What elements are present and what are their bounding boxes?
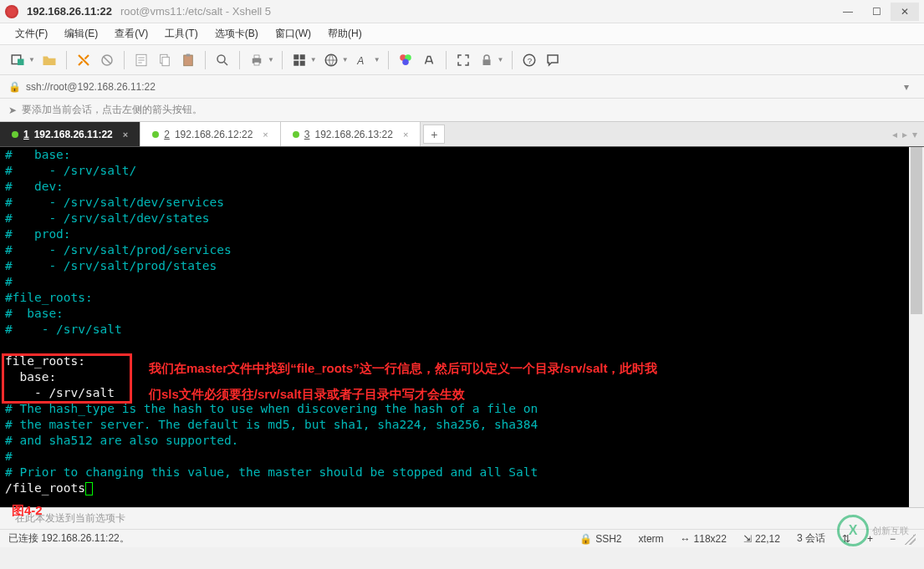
- terminal-panel[interactable]: # base:# - /srv/salt/# dev:# - /srv/salt…: [0, 147, 924, 507]
- tab-next-icon[interactable]: ▸: [902, 129, 907, 140]
- terminal-scrollbar[interactable]: [909, 147, 924, 507]
- separator: [66, 51, 67, 69]
- feedback-icon[interactable]: [544, 51, 562, 69]
- minimize-button[interactable]: —: [834, 3, 862, 21]
- highlight-icon[interactable]: [420, 51, 438, 69]
- cursor-pos-icon: ⇲: [743, 533, 752, 545]
- close-button[interactable]: ✕: [891, 3, 919, 21]
- hint-bar: ➤ 要添加当前会话，点击左侧的箭头按钮。: [0, 99, 924, 122]
- properties-icon[interactable]: [132, 51, 151, 69]
- terminal-line: # The hash_type is the hash to use when …: [5, 401, 919, 417]
- menu-tabs[interactable]: 选项卡(B): [208, 24, 265, 43]
- tab-close-icon[interactable]: ×: [123, 130, 128, 140]
- figure-label: 图4-2: [12, 503, 43, 519]
- help-icon[interactable]: ?: [520, 51, 539, 69]
- svg-rect-14: [294, 60, 299, 65]
- tab-close-icon[interactable]: ×: [263, 130, 268, 140]
- address-text[interactable]: ssh://root@192.168.26.11:22: [26, 81, 897, 93]
- separator: [282, 51, 283, 69]
- terminal-line: # base:: [5, 147, 919, 163]
- separator: [388, 51, 389, 69]
- menu-edit[interactable]: 编辑(E): [58, 24, 105, 43]
- lock-icon[interactable]: [477, 51, 496, 69]
- address-bar: 🔒 ssh://root@192.168.26.11:22 ▾: [0, 75, 924, 99]
- svg-point-8: [217, 55, 225, 63]
- status-bar: 已连接 192.168.26.11:22。 🔒SSH2 xterm ↔118x2…: [0, 529, 924, 547]
- paste-icon[interactable]: [179, 51, 197, 69]
- copy-icon[interactable]: [156, 51, 174, 69]
- tab-1[interactable]: 1 192.168.26.11:22 ×: [0, 122, 140, 146]
- terminal-line: # Prior to changing this value, the mast…: [5, 465, 919, 480]
- address-dropdown[interactable]: ▾: [897, 79, 916, 94]
- terminal-line: # and sha512 are also supported.: [5, 433, 919, 449]
- bulb-icon: ➤: [8, 104, 17, 116]
- menu-help[interactable]: 帮助(H): [321, 24, 369, 43]
- title-bar: 192.168.26.11:22 root@vms11:/etc/salt - …: [0, 0, 924, 23]
- tab-close-icon[interactable]: ×: [403, 130, 408, 140]
- separator: [239, 51, 240, 69]
- color-scheme-icon[interactable]: [396, 51, 415, 69]
- svg-rect-6: [184, 55, 193, 66]
- compose-bar[interactable]: 图4-2 在此本发送到当前选项卡: [0, 507, 924, 529]
- tab-2[interactable]: 2 192.168.26.12:22 ×: [140, 122, 281, 146]
- layout-icon[interactable]: [290, 51, 309, 69]
- separator: [512, 51, 513, 69]
- svg-rect-12: [294, 54, 299, 59]
- terminal-line: # - /srv/salt/prod/states: [5, 258, 919, 274]
- reconnect-icon[interactable]: [74, 51, 93, 69]
- separator: [446, 51, 447, 69]
- add-tab-button[interactable]: +: [423, 124, 445, 144]
- tab-3[interactable]: 3 192.168.26.13:22 ×: [281, 122, 421, 146]
- status-size: ↔118x22: [681, 533, 727, 545]
- annotation-line-1: 我们在master文件中找到“file_roots”这一行信息，然后可以定义一个…: [149, 360, 657, 376]
- terminal-line: #: [5, 274, 919, 290]
- resize-icon: ↔: [681, 533, 691, 545]
- menu-view[interactable]: 查看(V): [108, 24, 155, 43]
- app-icon: [5, 5, 18, 18]
- menu-bar: 文件(F) 编辑(E) 查看(V) 工具(T) 选项卡(B) 窗口(W) 帮助(…: [0, 23, 924, 45]
- svg-rect-15: [300, 60, 305, 65]
- lock-small-icon: 🔒: [8, 81, 21, 93]
- separator: [205, 51, 206, 69]
- terminal-search-line: /file_roots: [5, 480, 919, 496]
- svg-rect-13: [300, 54, 305, 59]
- tab-label: 192.168.26.11:22: [34, 129, 113, 140]
- tab-prev-icon[interactable]: ◂: [892, 129, 897, 140]
- scrollbar-thumb[interactable]: [911, 147, 922, 314]
- find-icon[interactable]: [213, 51, 232, 69]
- terminal-line: # prod:: [5, 226, 919, 242]
- hint-text: 要添加当前会话，点击左侧的箭头按钮。: [22, 103, 202, 117]
- menu-file[interactable]: 文件(F): [8, 24, 54, 43]
- tab-number: 2: [164, 129, 170, 140]
- tab-label: 192.168.26.13:22: [314, 129, 392, 140]
- watermark-logo-icon: X: [837, 515, 869, 546]
- terminal-line: #file_roots:: [5, 290, 919, 306]
- print-icon[interactable]: [248, 51, 266, 69]
- terminal-line: #: [5, 449, 919, 465]
- encoding-icon[interactable]: [322, 51, 340, 69]
- svg-text:A: A: [356, 54, 364, 66]
- maximize-button[interactable]: ☐: [862, 3, 891, 21]
- tab-label: 192.168.26.12:22: [175, 129, 253, 140]
- tab-menu-icon[interactable]: ▾: [912, 129, 917, 140]
- menu-tools[interactable]: 工具(T): [158, 24, 204, 43]
- watermark-text: 创新互联: [872, 526, 909, 536]
- annotation-line-2: 们sls文件必须要往/srv/salt目录或者子目录中写才会生效: [149, 386, 465, 402]
- terminal-line: # - /srv/salt/: [5, 163, 919, 179]
- status-term-type: xterm: [639, 533, 664, 545]
- tab-nav: ◂ ▸ ▾: [886, 122, 924, 146]
- tab-number: 3: [304, 129, 310, 140]
- fullscreen-icon[interactable]: [454, 51, 472, 69]
- svg-rect-1: [18, 58, 24, 65]
- new-session-icon[interactable]: [8, 51, 27, 69]
- terminal-line: # - /srv/salt/dev/services: [5, 195, 919, 211]
- disconnect-icon[interactable]: [98, 51, 116, 69]
- separator: [124, 51, 125, 69]
- font-icon[interactable]: A: [354, 51, 372, 69]
- open-folder-icon[interactable]: [40, 51, 59, 69]
- menu-window[interactable]: 窗口(W): [268, 24, 318, 43]
- tab-number: 1: [23, 129, 29, 140]
- status-dot-icon: [12, 131, 18, 138]
- terminal-line: # dev:: [5, 179, 919, 195]
- terminal-line: # base:: [5, 306, 919, 322]
